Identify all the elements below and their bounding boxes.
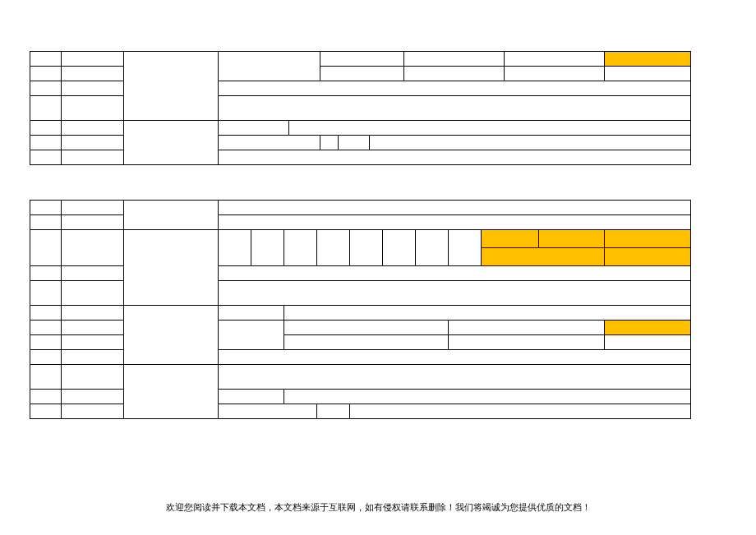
table-block-2	[30, 200, 691, 419]
table-block-1	[30, 51, 691, 165]
highlight-cell	[482, 248, 605, 266]
highlight-cell	[605, 321, 691, 335]
table-row	[30, 365, 691, 390]
footer-text: 欢迎您阅读并下载本文档，本文档来源于互联网，如有侵权请联系删除！我们将竭诚为您提…	[0, 501, 756, 514]
highlight-cell	[482, 230, 539, 248]
table-row	[30, 52, 691, 67]
document-page	[30, 51, 690, 419]
highlight-cell	[539, 230, 605, 248]
highlight-cell	[605, 230, 691, 248]
highlight-cell	[605, 248, 691, 266]
highlight-cell	[605, 52, 691, 67]
table-row	[30, 306, 691, 321]
table-row	[30, 230, 691, 248]
table-row	[30, 201, 691, 215]
block-separator	[30, 165, 690, 200]
table-row	[30, 121, 691, 136]
